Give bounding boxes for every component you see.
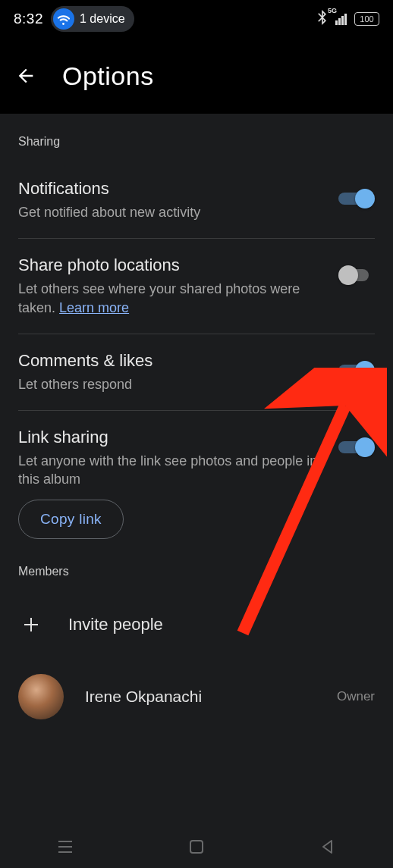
section-label-sharing: Sharing <box>18 114 375 162</box>
square-icon <box>189 839 204 854</box>
device-count-label: 1 device <box>80 12 125 26</box>
arrow-left-icon <box>15 65 36 86</box>
setting-title: Share photo locations <box>18 255 323 275</box>
nav-home-button[interactable] <box>185 835 208 858</box>
copy-link-button[interactable]: Copy link <box>18 500 124 539</box>
invite-people-label: Invite people <box>68 615 163 635</box>
menu-icon <box>57 840 74 854</box>
nav-recent-button[interactable] <box>54 835 77 858</box>
device-count-pill[interactable]: 1 device <box>51 6 134 32</box>
setting-subtitle: Let others respond <box>18 371 323 393</box>
setting-comments-likes[interactable]: Comments & likes Let others respond <box>18 334 375 411</box>
status-right: 5G 100 <box>317 10 379 28</box>
battery-level-label: 100 <box>360 14 373 24</box>
content: Sharing Notifications Get notified about… <box>0 114 393 826</box>
section-label-members: Members <box>18 557 375 592</box>
triangle-left-icon <box>320 839 335 854</box>
battery-icon: 100 <box>354 12 379 26</box>
page-title: Options <box>62 61 154 91</box>
status-time: 8:32 <box>14 11 43 27</box>
member-row[interactable]: Irene Okpanachi Owner <box>18 657 375 736</box>
bluetooth-icon <box>317 10 328 28</box>
member-name: Irene Okpanachi <box>85 688 316 706</box>
setting-title: Comments & likes <box>18 351 323 371</box>
learn-more-link[interactable]: Learn more <box>59 300 129 315</box>
status-bar: 8:32 1 device 5G 100 <box>0 0 393 38</box>
setting-subtitle: Let others see where your shared photos … <box>18 275 323 317</box>
avatar <box>18 674 64 719</box>
back-button[interactable] <box>15 64 39 88</box>
member-role: Owner <box>337 689 375 704</box>
link-sharing-toggle[interactable] <box>338 438 375 456</box>
setting-title: Link sharing <box>18 428 323 447</box>
invite-people-row[interactable]: Invite people <box>18 592 375 657</box>
signal-5g-icon: 5G <box>335 14 347 25</box>
setting-subtitle: Get notified about new activity <box>18 199 323 221</box>
app-header: Options <box>0 38 393 114</box>
setting-subtitle: Let anyone with the link see photos and … <box>18 447 323 489</box>
nav-back-button[interactable] <box>316 835 339 858</box>
notifications-toggle[interactable] <box>338 190 375 208</box>
share-photo-locations-toggle[interactable] <box>338 266 375 284</box>
plus-icon <box>21 615 41 635</box>
setting-share-photo-locations[interactable]: Share photo locations Let others see whe… <box>18 239 375 334</box>
system-nav-bar <box>0 826 393 868</box>
status-left: 8:32 1 device <box>14 6 134 32</box>
setting-link-sharing[interactable]: Link sharing Let anyone with the link se… <box>18 411 375 557</box>
setting-title: Notifications <box>18 179 323 199</box>
wifi-icon <box>53 8 74 30</box>
comments-likes-toggle[interactable] <box>338 362 375 380</box>
svg-rect-1 <box>190 841 203 853</box>
setting-notifications[interactable]: Notifications Get notified about new act… <box>18 162 375 239</box>
